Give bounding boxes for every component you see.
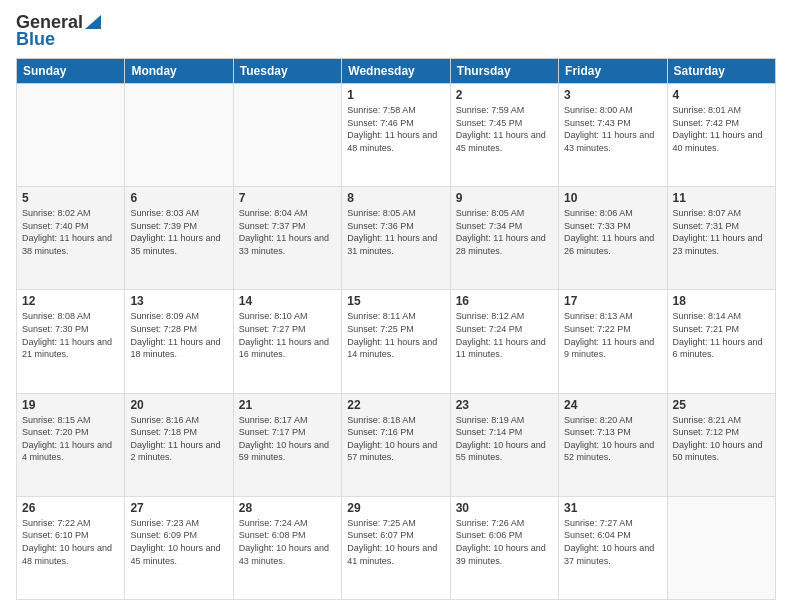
- day-info: Sunrise: 8:02 AMSunset: 7:40 PMDaylight:…: [22, 207, 119, 257]
- calendar-cell: 14Sunrise: 8:10 AMSunset: 7:27 PMDayligh…: [233, 290, 341, 393]
- svg-marker-0: [85, 15, 101, 29]
- day-info: Sunrise: 7:23 AMSunset: 6:09 PMDaylight:…: [130, 517, 227, 567]
- day-info: Sunrise: 7:25 AMSunset: 6:07 PMDaylight:…: [347, 517, 444, 567]
- header: General Blue: [16, 12, 776, 50]
- weekday-header-tuesday: Tuesday: [233, 59, 341, 84]
- day-number: 2: [456, 88, 553, 102]
- day-number: 23: [456, 398, 553, 412]
- day-number: 29: [347, 501, 444, 515]
- calendar-cell: 16Sunrise: 8:12 AMSunset: 7:24 PMDayligh…: [450, 290, 558, 393]
- calendar-cell: 12Sunrise: 8:08 AMSunset: 7:30 PMDayligh…: [17, 290, 125, 393]
- day-info: Sunrise: 8:11 AMSunset: 7:25 PMDaylight:…: [347, 310, 444, 360]
- day-number: 13: [130, 294, 227, 308]
- calendar-cell: 17Sunrise: 8:13 AMSunset: 7:22 PMDayligh…: [559, 290, 667, 393]
- day-info: Sunrise: 8:16 AMSunset: 7:18 PMDaylight:…: [130, 414, 227, 464]
- logo-triangle-icon: [85, 15, 101, 29]
- day-info: Sunrise: 8:04 AMSunset: 7:37 PMDaylight:…: [239, 207, 336, 257]
- calendar-cell: 2Sunrise: 7:59 AMSunset: 7:45 PMDaylight…: [450, 84, 558, 187]
- calendar-cell: 5Sunrise: 8:02 AMSunset: 7:40 PMDaylight…: [17, 187, 125, 290]
- calendar-cell: 30Sunrise: 7:26 AMSunset: 6:06 PMDayligh…: [450, 496, 558, 599]
- weekday-header-friday: Friday: [559, 59, 667, 84]
- day-info: Sunrise: 8:07 AMSunset: 7:31 PMDaylight:…: [673, 207, 770, 257]
- day-number: 27: [130, 501, 227, 515]
- calendar-cell: 3Sunrise: 8:00 AMSunset: 7:43 PMDaylight…: [559, 84, 667, 187]
- calendar-cell: 31Sunrise: 7:27 AMSunset: 6:04 PMDayligh…: [559, 496, 667, 599]
- day-number: 22: [347, 398, 444, 412]
- day-number: 8: [347, 191, 444, 205]
- calendar-cell: 19Sunrise: 8:15 AMSunset: 7:20 PMDayligh…: [17, 393, 125, 496]
- calendar-cell: 4Sunrise: 8:01 AMSunset: 7:42 PMDaylight…: [667, 84, 775, 187]
- day-number: 10: [564, 191, 661, 205]
- calendar-cell: 1Sunrise: 7:58 AMSunset: 7:46 PMDaylight…: [342, 84, 450, 187]
- day-number: 18: [673, 294, 770, 308]
- logo: General Blue: [16, 12, 101, 50]
- calendar-cell: 11Sunrise: 8:07 AMSunset: 7:31 PMDayligh…: [667, 187, 775, 290]
- calendar-cell: 6Sunrise: 8:03 AMSunset: 7:39 PMDaylight…: [125, 187, 233, 290]
- day-number: 12: [22, 294, 119, 308]
- day-number: 6: [130, 191, 227, 205]
- day-info: Sunrise: 8:09 AMSunset: 7:28 PMDaylight:…: [130, 310, 227, 360]
- calendar-cell: 9Sunrise: 8:05 AMSunset: 7:34 PMDaylight…: [450, 187, 558, 290]
- day-number: 19: [22, 398, 119, 412]
- calendar-cell: 8Sunrise: 8:05 AMSunset: 7:36 PMDaylight…: [342, 187, 450, 290]
- day-info: Sunrise: 8:14 AMSunset: 7:21 PMDaylight:…: [673, 310, 770, 360]
- day-info: Sunrise: 8:08 AMSunset: 7:30 PMDaylight:…: [22, 310, 119, 360]
- day-info: Sunrise: 7:22 AMSunset: 6:10 PMDaylight:…: [22, 517, 119, 567]
- day-info: Sunrise: 8:18 AMSunset: 7:16 PMDaylight:…: [347, 414, 444, 464]
- day-info: Sunrise: 7:59 AMSunset: 7:45 PMDaylight:…: [456, 104, 553, 154]
- calendar-cell: 21Sunrise: 8:17 AMSunset: 7:17 PMDayligh…: [233, 393, 341, 496]
- day-info: Sunrise: 8:21 AMSunset: 7:12 PMDaylight:…: [673, 414, 770, 464]
- day-info: Sunrise: 8:15 AMSunset: 7:20 PMDaylight:…: [22, 414, 119, 464]
- calendar-cell: 10Sunrise: 8:06 AMSunset: 7:33 PMDayligh…: [559, 187, 667, 290]
- day-number: 20: [130, 398, 227, 412]
- day-number: 16: [456, 294, 553, 308]
- calendar-cell: 25Sunrise: 8:21 AMSunset: 7:12 PMDayligh…: [667, 393, 775, 496]
- calendar-week-row: 5Sunrise: 8:02 AMSunset: 7:40 PMDaylight…: [17, 187, 776, 290]
- day-number: 24: [564, 398, 661, 412]
- calendar-week-row: 19Sunrise: 8:15 AMSunset: 7:20 PMDayligh…: [17, 393, 776, 496]
- calendar-cell: 29Sunrise: 7:25 AMSunset: 6:07 PMDayligh…: [342, 496, 450, 599]
- day-number: 5: [22, 191, 119, 205]
- weekday-header-row: SundayMondayTuesdayWednesdayThursdayFrid…: [17, 59, 776, 84]
- day-info: Sunrise: 8:05 AMSunset: 7:36 PMDaylight:…: [347, 207, 444, 257]
- calendar-cell: [125, 84, 233, 187]
- calendar-cell: 13Sunrise: 8:09 AMSunset: 7:28 PMDayligh…: [125, 290, 233, 393]
- calendar-cell: [233, 84, 341, 187]
- day-info: Sunrise: 8:19 AMSunset: 7:14 PMDaylight:…: [456, 414, 553, 464]
- calendar-cell: 24Sunrise: 8:20 AMSunset: 7:13 PMDayligh…: [559, 393, 667, 496]
- calendar-cell: 18Sunrise: 8:14 AMSunset: 7:21 PMDayligh…: [667, 290, 775, 393]
- weekday-header-wednesday: Wednesday: [342, 59, 450, 84]
- day-number: 7: [239, 191, 336, 205]
- day-info: Sunrise: 8:05 AMSunset: 7:34 PMDaylight:…: [456, 207, 553, 257]
- day-number: 26: [22, 501, 119, 515]
- day-number: 11: [673, 191, 770, 205]
- weekday-header-saturday: Saturday: [667, 59, 775, 84]
- day-number: 14: [239, 294, 336, 308]
- day-info: Sunrise: 7:26 AMSunset: 6:06 PMDaylight:…: [456, 517, 553, 567]
- calendar-cell: 26Sunrise: 7:22 AMSunset: 6:10 PMDayligh…: [17, 496, 125, 599]
- day-number: 9: [456, 191, 553, 205]
- weekday-header-monday: Monday: [125, 59, 233, 84]
- day-info: Sunrise: 8:01 AMSunset: 7:42 PMDaylight:…: [673, 104, 770, 154]
- calendar-table: SundayMondayTuesdayWednesdayThursdayFrid…: [16, 58, 776, 600]
- calendar-cell: [667, 496, 775, 599]
- day-info: Sunrise: 8:00 AMSunset: 7:43 PMDaylight:…: [564, 104, 661, 154]
- day-number: 28: [239, 501, 336, 515]
- calendar-cell: 27Sunrise: 7:23 AMSunset: 6:09 PMDayligh…: [125, 496, 233, 599]
- day-info: Sunrise: 8:13 AMSunset: 7:22 PMDaylight:…: [564, 310, 661, 360]
- day-info: Sunrise: 7:58 AMSunset: 7:46 PMDaylight:…: [347, 104, 444, 154]
- day-number: 17: [564, 294, 661, 308]
- day-info: Sunrise: 7:24 AMSunset: 6:08 PMDaylight:…: [239, 517, 336, 567]
- day-number: 30: [456, 501, 553, 515]
- day-info: Sunrise: 8:10 AMSunset: 7:27 PMDaylight:…: [239, 310, 336, 360]
- day-info: Sunrise: 8:12 AMSunset: 7:24 PMDaylight:…: [456, 310, 553, 360]
- calendar-week-row: 1Sunrise: 7:58 AMSunset: 7:46 PMDaylight…: [17, 84, 776, 187]
- day-number: 25: [673, 398, 770, 412]
- day-number: 31: [564, 501, 661, 515]
- day-number: 3: [564, 88, 661, 102]
- calendar-cell: [17, 84, 125, 187]
- calendar-cell: 22Sunrise: 8:18 AMSunset: 7:16 PMDayligh…: [342, 393, 450, 496]
- day-info: Sunrise: 8:20 AMSunset: 7:13 PMDaylight:…: [564, 414, 661, 464]
- day-number: 21: [239, 398, 336, 412]
- calendar-cell: 23Sunrise: 8:19 AMSunset: 7:14 PMDayligh…: [450, 393, 558, 496]
